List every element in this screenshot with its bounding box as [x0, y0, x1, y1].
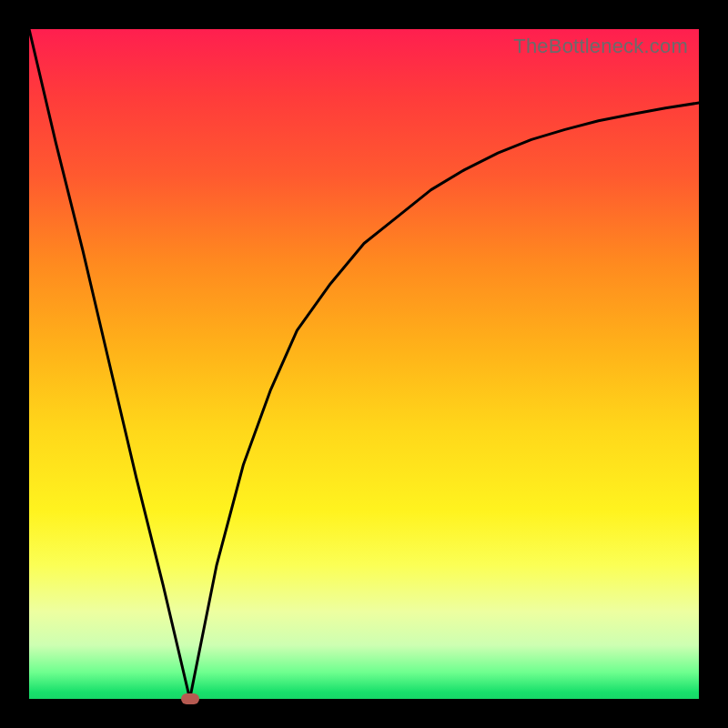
curve-path: [29, 29, 699, 699]
chart-frame: TheBottleneck.com: [0, 0, 728, 728]
bottleneck-curve: [29, 29, 699, 699]
min-marker: [181, 693, 199, 704]
plot-area: TheBottleneck.com: [29, 29, 699, 699]
